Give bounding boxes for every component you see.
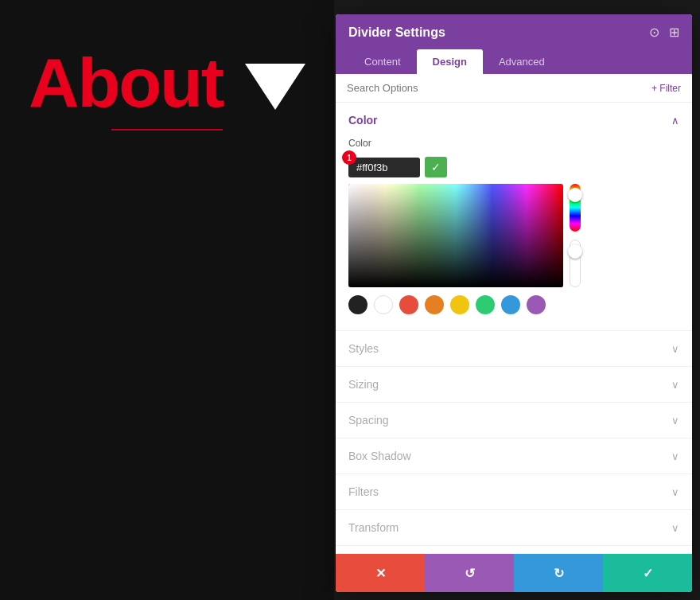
box-shadow-chevron-icon: ∨ bbox=[671, 450, 679, 462]
expand-icon[interactable]: ⊞ bbox=[669, 26, 679, 39]
settings-icon[interactable]: ⊙ bbox=[649, 26, 659, 39]
filter-button[interactable]: + Filter bbox=[651, 83, 681, 94]
color-picker-row bbox=[348, 184, 581, 287]
swatch-red[interactable] bbox=[399, 295, 418, 314]
filters-label: Filters bbox=[348, 485, 379, 498]
styles-label: Styles bbox=[348, 342, 379, 355]
styles-section: Styles ∨ bbox=[336, 331, 692, 367]
search-bar: + Filter bbox=[336, 74, 692, 103]
sizing-section: Sizing ∨ bbox=[336, 367, 692, 403]
notification-badge: 1 bbox=[342, 150, 356, 165]
tab-content[interactable]: Content bbox=[348, 49, 417, 74]
tab-group: Content Design Advanced bbox=[348, 49, 679, 74]
transform-chevron-icon: ∨ bbox=[671, 522, 679, 534]
redo-button[interactable]: ↻ bbox=[514, 554, 603, 592]
box-shadow-section: Box Shadow ∨ bbox=[336, 438, 692, 474]
color-section: Color ∧ Color 1 ✓ bbox=[336, 103, 692, 331]
sizing-label: Sizing bbox=[348, 378, 379, 391]
hue-thumb bbox=[568, 188, 582, 202]
save-button[interactable]: ✓ bbox=[603, 554, 692, 592]
about-title: About bbox=[29, 48, 223, 118]
transform-section: Transform ∨ bbox=[336, 510, 692, 546]
spacing-chevron-icon: ∨ bbox=[671, 415, 679, 427]
alpha-slider[interactable] bbox=[570, 240, 581, 288]
color-label: Color bbox=[348, 138, 679, 149]
divider-line bbox=[111, 129, 223, 131]
swatch-green[interactable] bbox=[476, 295, 495, 314]
spacing-section: Spacing ∨ bbox=[336, 403, 692, 438]
gradient-canvas[interactable] bbox=[348, 184, 563, 287]
swatch-black[interactable] bbox=[348, 295, 368, 314]
spacing-label: Spacing bbox=[348, 414, 389, 427]
save-icon: ✓ bbox=[643, 566, 653, 581]
hue-slider[interactable] bbox=[570, 184, 581, 232]
search-input[interactable] bbox=[347, 82, 645, 94]
confirm-color-button[interactable]: ✓ bbox=[425, 157, 447, 177]
canvas-background: About bbox=[0, 0, 334, 600]
sizing-section-header[interactable]: Sizing ∨ bbox=[336, 367, 692, 402]
triangle-icon bbox=[245, 64, 305, 110]
swatch-blue[interactable] bbox=[501, 295, 520, 314]
panel-icon-group: ⊙ ⊞ bbox=[649, 26, 679, 39]
swatch-orange[interactable] bbox=[425, 295, 444, 314]
black-overlay bbox=[348, 184, 563, 287]
panel-content: Color ∧ Color 1 ✓ bbox=[336, 103, 692, 554]
sliders-column bbox=[570, 184, 581, 287]
undo-button[interactable]: ↺ bbox=[425, 554, 514, 592]
bottom-bar: ✕ ↺ ↻ ✓ bbox=[336, 554, 692, 592]
filters-section-header[interactable]: Filters ∨ bbox=[336, 474, 692, 509]
panel-header: Divider Settings ⊙ ⊞ Content Design Adva… bbox=[336, 14, 692, 74]
filters-chevron-icon: ∨ bbox=[671, 486, 679, 498]
color-swatches bbox=[348, 295, 581, 314]
box-shadow-section-header[interactable]: Box Shadow ∨ bbox=[336, 438, 692, 473]
undo-icon: ↺ bbox=[465, 566, 475, 581]
spacing-section-header[interactable]: Spacing ∨ bbox=[336, 403, 692, 438]
tab-advanced[interactable]: Advanced bbox=[483, 49, 561, 74]
panel-title: Divider Settings bbox=[348, 25, 445, 40]
cancel-icon: ✕ bbox=[375, 566, 386, 581]
transform-section-header[interactable]: Transform ∨ bbox=[336, 510, 692, 545]
settings-panel: Divider Settings ⊙ ⊞ Content Design Adva… bbox=[336, 14, 692, 592]
transform-label: Transform bbox=[348, 521, 399, 534]
swatch-yellow[interactable] bbox=[450, 295, 469, 314]
tab-design[interactable]: Design bbox=[417, 49, 483, 74]
color-picker-wrapper: 1 ✓ bbox=[348, 157, 581, 314]
color-section-body: Color 1 ✓ bbox=[336, 138, 692, 330]
color-section-header[interactable]: Color ∧ bbox=[336, 103, 692, 138]
hex-input[interactable] bbox=[348, 158, 420, 177]
chevron-up-icon: ∧ bbox=[671, 115, 679, 127]
styles-chevron-icon: ∨ bbox=[671, 343, 679, 355]
cancel-button[interactable]: ✕ bbox=[336, 554, 425, 592]
swatch-white[interactable] bbox=[374, 295, 393, 314]
filters-section: Filters ∨ bbox=[336, 474, 692, 510]
styles-section-header[interactable]: Styles ∨ bbox=[336, 331, 692, 366]
box-shadow-label: Box Shadow bbox=[348, 450, 411, 462]
sizing-chevron-icon: ∨ bbox=[671, 379, 679, 391]
alpha-thumb bbox=[568, 244, 582, 259]
color-input-row: ✓ bbox=[348, 157, 581, 177]
swatch-purple[interactable] bbox=[527, 295, 546, 314]
redo-icon: ↻ bbox=[554, 566, 564, 581]
check-icon: ✓ bbox=[431, 161, 441, 173]
color-section-title: Color bbox=[348, 114, 378, 127]
